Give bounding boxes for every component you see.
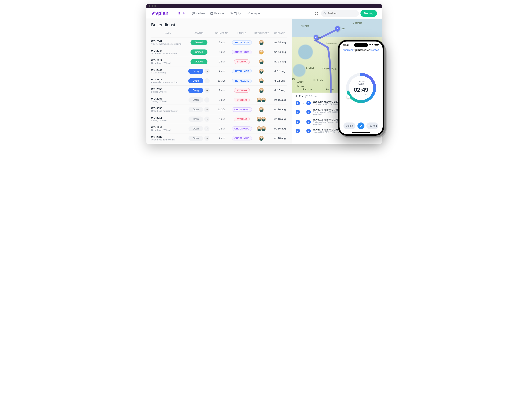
map-city-label: Harlingen: [301, 25, 310, 27]
status-pill[interactable]: Bezig: [188, 88, 203, 93]
wo-id: WO-3030: [151, 107, 185, 110]
label-pill[interactable]: INSTALLATIE: [232, 40, 252, 45]
status-pill[interactable]: Gereed: [190, 50, 207, 55]
map-city-label: am: [292, 78, 295, 80]
avatar: [261, 116, 266, 122]
status-pill[interactable]: Bezig: [188, 78, 203, 83]
label-pill[interactable]: INSTALLATIE: [232, 69, 252, 73]
step-title: WO-2738 naar WO-2987: [313, 128, 340, 131]
label-pill[interactable]: INSTALLATIE: [232, 79, 252, 83]
label-pill[interactable]: STORING: [234, 88, 250, 93]
plus-30-button[interactable]: +30 min: [367, 122, 378, 129]
advance-button[interactable]: →: [204, 78, 210, 83]
table-row[interactable]: WO-2344Onderhoud waterontharder Gereed 3…: [151, 47, 287, 57]
label-pill[interactable]: ONDERHOUD: [232, 136, 252, 140]
status-pill[interactable]: Bezig: [188, 69, 203, 74]
svg-line-15: [325, 14, 326, 15]
wo-desc: Storing CV ketel: [151, 119, 185, 122]
status-pill[interactable]: Open: [189, 107, 203, 112]
main-list: Buitendienst NAAMSTATUSSCHATTING LABELSR…: [146, 19, 292, 144]
status-pill[interactable]: Open: [189, 126, 203, 131]
time-value: 02:49: [354, 86, 368, 93]
page-title: Buitendienst: [151, 22, 287, 27]
label-pill[interactable]: ONDERHOUD: [232, 107, 252, 112]
table-row[interactable]: WO-2341Vloerverwarming 1e verdieping Ger…: [151, 38, 287, 47]
svg-rect-7: [193, 12, 194, 13]
wo-desc: Gasaansluiting: [151, 71, 185, 74]
status-pill[interactable]: Gereed: [190, 59, 207, 64]
tab-analyse[interactable]: Analyse: [244, 10, 263, 16]
avatar: [259, 88, 264, 93]
wo-id: WO-2344: [151, 69, 185, 72]
table-row[interactable]: WO-3030Onderhoud waterontharder Open→ 1u…: [151, 105, 287, 114]
advance-button[interactable]: →: [204, 136, 209, 141]
status-pill[interactable]: Open: [189, 136, 203, 141]
step-from-marker: B: [296, 110, 300, 114]
arrow-icon: →: [302, 111, 304, 113]
label-pill[interactable]: ONDERHOUD: [232, 50, 252, 54]
table-row[interactable]: WO-2344Gasaansluiting Bezig→ 2 uur INSTA…: [151, 66, 287, 76]
wo-id: WO-2321: [151, 59, 185, 62]
advance-button[interactable]: →: [204, 107, 209, 112]
search-input[interactable]: [321, 10, 359, 17]
label-pill[interactable]: STORING: [234, 117, 250, 121]
planned-date: ma 14 aug: [271, 41, 289, 44]
status-pill[interactable]: Open: [189, 116, 203, 122]
map-city-label: Lelystad: [306, 67, 314, 69]
svg-rect-6: [192, 12, 193, 14]
table-row[interactable]: WO-2339Vloerverwarming Open→ 6 uur INSTA…: [151, 143, 287, 144]
avatar: [261, 126, 266, 132]
table-row[interactable]: WO-2987Storing CV ketel Open→ 2 uur STOR…: [151, 95, 287, 105]
tab-tijdlijn[interactable]: Tijdlijn: [228, 10, 244, 16]
wo-desc: Onderhoud waterontharder: [151, 52, 185, 55]
time-ring[interactable]: Geschat 04:00 02:49 UU MM: [345, 72, 377, 104]
table-row[interactable]: WO-2312Automatische zonnewering Bezig→ 3…: [151, 76, 287, 85]
resources: [253, 88, 271, 93]
arrow-icon: →: [302, 129, 304, 132]
planned-date: di 15 aug: [271, 79, 289, 82]
pencil-icon: [360, 125, 362, 127]
tab-kanban[interactable]: Kanban: [189, 10, 208, 16]
step-to-marker: E: [306, 129, 311, 133]
planned-date: ma 14 aug: [271, 60, 289, 63]
advance-button[interactable]: →: [204, 88, 210, 93]
estimate: 2 uur: [213, 127, 231, 130]
minus-30-button[interactable]: -30 min: [343, 122, 355, 129]
table-row[interactable]: WO-2321Onderhoud CV ketel Gereed 1 uur S…: [151, 57, 287, 66]
tab-kalender[interactable]: Kalender: [208, 10, 228, 16]
advance-button[interactable]: →: [204, 97, 209, 102]
wo-id: WO-2987: [151, 97, 185, 100]
advance-button[interactable]: →: [204, 126, 209, 131]
map-city-label: Kampen: [323, 67, 330, 70]
map-city-label: Hilversum: [296, 85, 304, 87]
step-from-marker: A: [296, 101, 300, 105]
label-pill[interactable]: ONDERHOUD: [232, 127, 252, 131]
label-pill[interactable]: STORING: [234, 59, 250, 64]
wo-desc: Vloerverwarming 1e verdieping: [151, 43, 185, 45]
backlog-button[interactable]: Backlog: [361, 10, 377, 17]
search-icon: [323, 12, 326, 15]
advance-button[interactable]: →: [204, 69, 210, 74]
phone-cancel[interactable]: Annuleer: [343, 49, 353, 51]
resources: [253, 126, 271, 132]
search-field[interactable]: [328, 12, 356, 15]
status-pill[interactable]: Gereed: [190, 40, 207, 45]
status-pill[interactable]: Open: [189, 97, 203, 102]
edit-button[interactable]: [357, 122, 365, 129]
table-row[interactable]: WO-2738Onderhoud CV ketel Open→ 2 uur ON…: [151, 124, 287, 133]
svg-rect-9: [211, 12, 213, 14]
label-pill[interactable]: STORING: [234, 98, 250, 102]
phone-done[interactable]: Gereed: [370, 49, 380, 51]
resources: [253, 107, 271, 112]
planned-date: wo 16 aug: [271, 108, 289, 111]
table-row[interactable]: WO-2353Storing CV ketel Bezig→ 2 uur STO…: [151, 85, 287, 95]
map-city-label: Apeldoorn: [326, 88, 335, 90]
advance-button[interactable]: →: [204, 116, 209, 122]
table-row[interactable]: WO-3011Storing CV ketel Open→ 1 uur STOR…: [151, 114, 287, 124]
table-row[interactable]: WO-2987Onderhoud zonnewering Open→ 2 uur…: [151, 133, 287, 143]
tab-lijst[interactable]: Lijst: [175, 10, 189, 16]
fullscreen-button[interactable]: [313, 10, 319, 16]
map-city-label: Zwolle: [331, 68, 337, 70]
avatar: [261, 97, 266, 103]
ring-handle[interactable]: [347, 95, 350, 98]
